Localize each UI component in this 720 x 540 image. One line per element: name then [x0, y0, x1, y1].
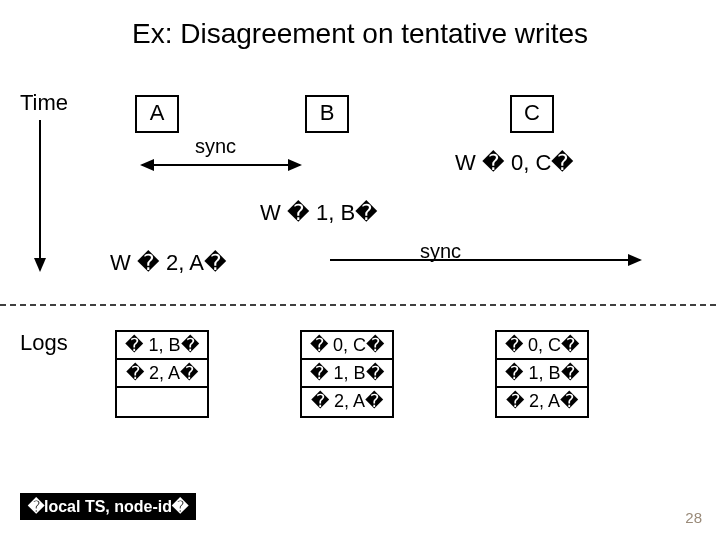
- write-0c: W � 0, C�: [455, 150, 574, 176]
- logs-label: Logs: [20, 330, 68, 356]
- legend-callout: �local TS, node-id�: [20, 493, 196, 520]
- sync-ab-label: sync: [195, 135, 236, 158]
- time-label: Time: [20, 90, 68, 116]
- log-a-row2: [115, 386, 209, 418]
- node-c-box: C: [510, 95, 554, 133]
- slide-title: Ex: Disagreement on tentative writes: [0, 18, 720, 50]
- write-1b: W � 1, B�: [260, 200, 378, 226]
- node-b-box: B: [305, 95, 349, 133]
- sync-bc-label: sync: [420, 240, 461, 263]
- write-2a: W � 2, A�: [110, 250, 227, 276]
- node-a-box: A: [135, 95, 179, 133]
- log-c-row2: � 2, A�: [495, 386, 589, 418]
- page-number: 28: [685, 509, 702, 526]
- log-b-row2: � 2, A�: [300, 386, 394, 418]
